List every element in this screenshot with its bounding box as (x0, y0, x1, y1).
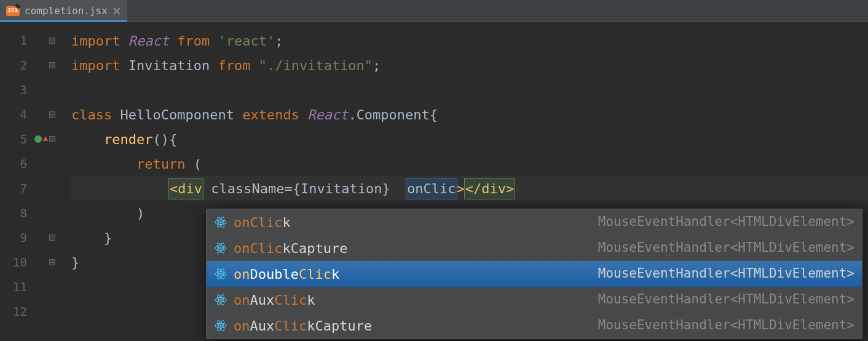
editor-tab[interactable]: JSX completion.jsx (0, 0, 127, 22)
react-icon (214, 267, 227, 281)
fold-open-icon[interactable] (49, 111, 55, 118)
matched-tag-close: </div> (465, 179, 515, 199)
svg-point-12 (219, 299, 222, 301)
svg-point-4 (219, 247, 222, 249)
completion-label: onClick (234, 212, 291, 233)
line-number[interactable]: 6 (0, 151, 60, 176)
completion-item[interactable]: onAuxClickMouseEventHandler<HTMLDivEleme… (207, 287, 862, 313)
line-number[interactable]: 7 (0, 176, 60, 201)
code-line-active[interactable]: <div className={Invitation} onClic></div… (71, 176, 868, 201)
code-line[interactable]: return ( (71, 151, 868, 176)
code-line[interactable]: import React from 'react'; (71, 28, 868, 53)
react-icon (214, 293, 227, 307)
line-number[interactable]: 4 (0, 102, 60, 127)
completion-label: onAuxClick (234, 290, 315, 310)
code-line[interactable]: import Invitation from "./invitation"; (71, 53, 868, 78)
line-number[interactable]: 12 (0, 299, 60, 324)
line-number[interactable]: 8 (0, 201, 60, 225)
svg-point-0 (219, 221, 222, 223)
completion-type: MouseEventHandler<HTMLDivElement> (598, 212, 854, 232)
line-number[interactable]: 11 (0, 275, 60, 299)
fold-open-icon[interactable] (49, 62, 55, 68)
react-icon (214, 241, 227, 255)
completion-type: MouseEventHandler<HTMLDivElement> (598, 316, 854, 335)
line-number[interactable]: 1 (0, 28, 60, 53)
tab-filename: completion.jsx (25, 4, 108, 18)
gutter-marker-icon[interactable] (34, 135, 42, 143)
code-line[interactable]: class HelloComponent extends React.Compo… (71, 102, 868, 127)
fold-close-icon[interactable] (49, 259, 55, 265)
matched-tag-open: <div (169, 179, 203, 199)
code-line[interactable]: render(){ (71, 127, 868, 151)
line-number[interactable]: 10 (0, 250, 60, 275)
gutter: 1 2 3 4 5 6 7 8 9 10 11 12 (0, 22, 60, 341)
completion-type: MouseEventHandler<HTMLDivElement> (598, 238, 854, 258)
completion-item[interactable]: onAuxClickCaptureMouseEventHandler<HTMLD… (207, 313, 862, 339)
fold-close-icon[interactable] (49, 235, 55, 241)
fold-open-icon[interactable] (49, 136, 55, 142)
typed-attribute: onClic (406, 179, 456, 199)
jsx-file-icon: JSX (6, 6, 20, 16)
completion-label: onDoubleClick (234, 264, 339, 284)
tab-bar: JSX completion.jsx (0, 0, 868, 22)
close-icon[interactable] (112, 7, 121, 15)
completion-item[interactable]: onClickCaptureMouseEventHandler<HTMLDivE… (207, 235, 862, 261)
completion-type: MouseEventHandler<HTMLDivElement> (598, 290, 854, 310)
svg-point-8 (219, 273, 222, 275)
completion-item[interactable]: onDoubleClickMouseEventHandler<HTMLDivEl… (207, 261, 862, 287)
line-number[interactable]: 5 (0, 127, 60, 151)
line-number[interactable]: 2 (0, 53, 60, 78)
completion-label: onClickCapture (234, 238, 347, 259)
code-line[interactable] (71, 78, 868, 102)
fold-open-icon[interactable] (49, 38, 55, 44)
react-icon (214, 319, 227, 332)
svg-point-16 (219, 324, 222, 327)
line-number[interactable]: 9 (0, 225, 60, 250)
react-icon (214, 215, 227, 229)
completion-type: MouseEventHandler<HTMLDivElement> (598, 264, 854, 284)
completion-label: onAuxClickCapture (234, 316, 372, 336)
completion-item[interactable]: onClickMouseEventHandler<HTMLDivElement> (207, 209, 862, 235)
completion-popup[interactable]: onClickMouseEventHandler<HTMLDivElement>… (206, 209, 862, 339)
line-number[interactable]: 3 (0, 78, 60, 102)
